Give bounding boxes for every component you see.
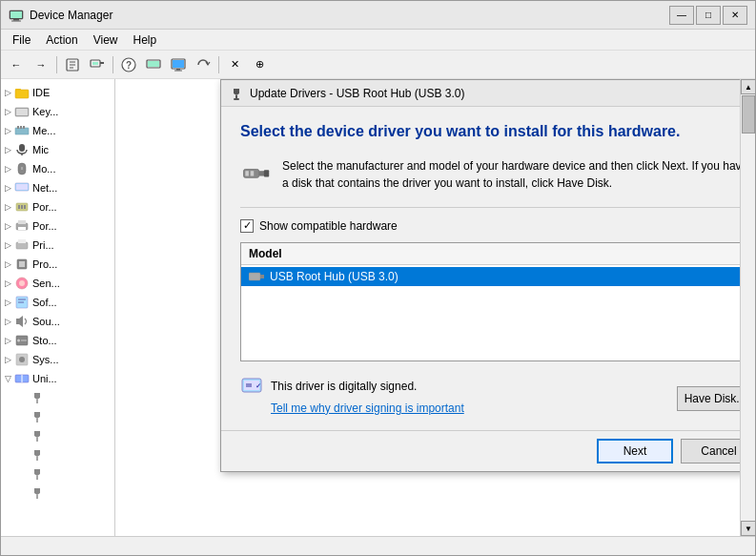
show-compatible-checkbox[interactable]: ✓ bbox=[240, 219, 254, 233]
menu-help[interactable]: Help bbox=[126, 31, 165, 49]
scan-button[interactable] bbox=[86, 54, 109, 75]
svg-rect-24 bbox=[15, 128, 29, 134]
back-button[interactable]: ← bbox=[5, 54, 28, 75]
toolbar: ← → ? ✕ ⊕ bbox=[1, 51, 755, 79]
tree-item-sys[interactable]: ▷ Sys... bbox=[1, 350, 114, 369]
network-icon bbox=[14, 180, 30, 196]
update-drivers-dialog: Update Drivers - USB Root Hub (USB 3.0) … bbox=[220, 79, 740, 472]
signed-row: ✓ This driver is digitally signed. bbox=[240, 375, 464, 398]
dialog-title-icon bbox=[229, 86, 244, 101]
device-manager-window: Device Manager — □ ✕ File Action View He… bbox=[0, 0, 756, 556]
tree-item-mo[interactable]: ▷ Mo... bbox=[1, 159, 114, 178]
tree-item-ide[interactable]: ▷ IDE bbox=[1, 83, 114, 102]
storage-icon bbox=[14, 333, 30, 348]
separator-1 bbox=[56, 56, 57, 73]
menu-file[interactable]: File bbox=[5, 31, 38, 49]
status-bar bbox=[1, 536, 755, 555]
svg-point-55 bbox=[19, 357, 25, 362]
svg-marker-50 bbox=[16, 316, 23, 327]
model-item-usb-root-hub[interactable]: USB Root Hub (USB 3.0) bbox=[241, 267, 740, 286]
tree-item-por2[interactable]: ▷ Por... bbox=[1, 216, 114, 236]
svg-rect-10 bbox=[100, 62, 104, 64]
refresh-button[interactable] bbox=[192, 54, 215, 75]
usb-icon-small-5 bbox=[30, 466, 45, 482]
signed-link[interactable]: Tell me why driver signing is important bbox=[271, 402, 464, 415]
tree-item-usb-sub-5[interactable] bbox=[1, 464, 114, 484]
network-button[interactable] bbox=[142, 54, 165, 75]
svg-rect-37 bbox=[24, 205, 26, 209]
app-icon bbox=[9, 8, 24, 23]
print-icon bbox=[14, 237, 30, 253]
tree-item-usb-sub-2[interactable] bbox=[1, 407, 114, 426]
dialog-title-text: Update Drivers - USB Root Hub (USB 3.0) bbox=[250, 87, 740, 100]
svg-rect-1 bbox=[10, 11, 22, 18]
svg-point-52 bbox=[17, 340, 20, 342]
svg-rect-9 bbox=[92, 62, 98, 65]
tree-item-usb-sub-3[interactable] bbox=[1, 426, 114, 445]
svg-rect-35 bbox=[18, 205, 20, 209]
tree-item-uni[interactable]: ▽ Uni... bbox=[1, 369, 114, 388]
menu-view[interactable]: View bbox=[86, 31, 126, 49]
next-button[interactable]: Next bbox=[597, 439, 673, 463]
signed-icon: ✓ bbox=[240, 375, 263, 398]
svg-text:?: ? bbox=[126, 60, 132, 71]
tree-item-net[interactable]: ▷ Net... bbox=[1, 178, 114, 197]
add-button[interactable]: ⊕ bbox=[248, 54, 271, 75]
cancel-button[interactable]: Cancel bbox=[681, 439, 740, 463]
scroll-track[interactable] bbox=[741, 94, 755, 521]
tree-item-usb-sub-1[interactable] bbox=[1, 388, 114, 407]
minimize-button[interactable]: — bbox=[669, 6, 694, 25]
main-content: ▷ IDE ▷ Key... ▷ Me... ▷ Mic ▷ bbox=[1, 79, 755, 536]
forward-button[interactable]: → bbox=[30, 54, 52, 75]
help-button[interactable]: ? bbox=[117, 54, 140, 75]
svg-rect-26 bbox=[20, 126, 22, 129]
usb-icon-small-6 bbox=[30, 485, 45, 501]
tree-item-pro[interactable]: ▷ Pro... bbox=[1, 255, 114, 274]
model-list-body: USB Root Hub (USB 3.0) bbox=[241, 265, 740, 360]
delete-button[interactable]: ✕ bbox=[223, 54, 246, 75]
maximize-button[interactable]: □ bbox=[696, 6, 721, 25]
right-panel: Update Drivers - USB Root Hub (USB 3.0) … bbox=[115, 79, 740, 536]
tree-item-mic[interactable]: ▷ Mic bbox=[1, 140, 114, 159]
tree-item-por1[interactable]: ▷ Por... bbox=[1, 197, 114, 216]
monitor-button[interactable] bbox=[167, 54, 190, 75]
sensor-icon bbox=[14, 276, 30, 291]
model-usb-icon bbox=[249, 270, 264, 283]
scroll-thumb[interactable] bbox=[742, 95, 755, 134]
software-icon bbox=[14, 295, 30, 310]
tree-item-sto[interactable]: ▷ Sto... bbox=[1, 331, 114, 350]
memory-icon bbox=[14, 123, 30, 138]
window-controls: — □ ✕ bbox=[669, 6, 747, 25]
tree-item-sen[interactable]: ▷ Sen... bbox=[1, 274, 114, 293]
model-item-label: USB Root Hub (USB 3.0) bbox=[270, 270, 398, 283]
svg-rect-23 bbox=[16, 109, 28, 115]
tree-item-usb-sub-4[interactable] bbox=[1, 445, 114, 464]
dialog-description: Select the manufacturer and model of you… bbox=[282, 157, 740, 192]
tree-item-pri[interactable]: ▷ Pri... bbox=[1, 236, 114, 255]
close-button[interactable]: ✕ bbox=[723, 6, 747, 25]
svg-point-46 bbox=[19, 280, 25, 286]
svg-rect-17 bbox=[176, 69, 180, 71]
dialog-content: Select the device driver you want to ins… bbox=[221, 107, 740, 430]
tree-item-key[interactable]: ▷ Key... bbox=[1, 102, 114, 121]
have-disk-button[interactable]: Have Disk... bbox=[677, 386, 740, 411]
scroll-down-button[interactable]: ▼ bbox=[741, 521, 755, 536]
model-listbox: Model USB Root Hub (USB 3.0) bbox=[240, 242, 740, 361]
divider bbox=[240, 207, 740, 208]
usb-icon-small-1 bbox=[30, 390, 45, 405]
tree-item-mem[interactable]: ▷ Me... bbox=[1, 121, 114, 140]
scroll-up-button[interactable]: ▲ bbox=[741, 79, 755, 94]
tree-item-sou[interactable]: ▷ Sou... bbox=[1, 312, 114, 331]
properties-button[interactable] bbox=[61, 54, 84, 75]
svg-rect-25 bbox=[17, 126, 19, 129]
svg-text:✓: ✓ bbox=[255, 382, 261, 389]
tree-item-usb-sub-6[interactable] bbox=[1, 484, 114, 503]
tree-item-sof[interactable]: ▷ Sof... bbox=[1, 293, 114, 312]
menu-action[interactable]: Action bbox=[38, 31, 85, 49]
ports-icon bbox=[14, 199, 30, 215]
svg-rect-18 bbox=[174, 70, 182, 71]
separator-3 bbox=[218, 56, 219, 73]
system-icon bbox=[14, 352, 30, 367]
footer-buttons: Next Cancel bbox=[221, 430, 740, 471]
svg-rect-75 bbox=[246, 383, 252, 387]
